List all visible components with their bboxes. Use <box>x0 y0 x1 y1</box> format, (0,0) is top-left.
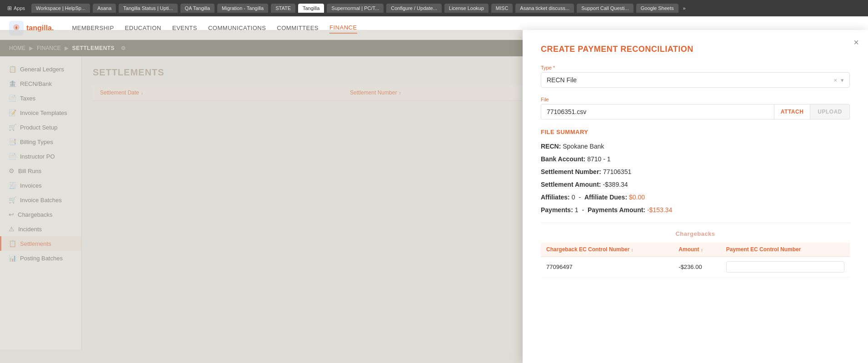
cb-amount: -$236.00 <box>673 257 720 278</box>
bank-account-value: 8710 - 1 <box>587 155 610 163</box>
file-summary-title: FILE SUMMARY <box>541 129 850 135</box>
payments-label: Payments: <box>541 206 573 214</box>
recn-label: RECN: <box>541 143 561 150</box>
chargebacks-section: Chargebacks Chargeback EC Control Number… <box>541 223 850 278</box>
tab-configure[interactable]: Configure / Update... <box>386 4 442 13</box>
affiliate-dues-label: Affiliate Dues: <box>584 194 627 201</box>
select-actions: × ▾ <box>833 77 844 84</box>
settlement-amount-label: Settlement Amount: <box>541 181 601 188</box>
sort-control-icon: ↕ <box>631 248 634 252</box>
upload-button[interactable]: UPLOAD <box>810 104 850 119</box>
type-select[interactable]: RECN File × ▾ <box>541 72 850 88</box>
settlement-amount-value: -$389.34 <box>603 181 628 188</box>
chargebacks-table: Chargeback EC Control Number ↕ Amount ↕ … <box>541 243 850 278</box>
attach-button[interactable]: ATTACH <box>774 104 811 119</box>
type-select-value: RECN File <box>547 76 577 84</box>
panel-close-button[interactable]: × <box>853 37 859 48</box>
cb-col-payment-control: Payment EC Control Number <box>721 243 850 257</box>
payments-amount-value: -$153.34 <box>647 206 672 214</box>
tab-asana[interactable]: Asana <box>93 4 116 13</box>
chargebacks-table-header: Chargeback EC Control Number ↕ Amount ↕ … <box>541 243 850 257</box>
bank-account-label: Bank Account: <box>541 155 585 163</box>
payment-control-input[interactable] <box>726 261 844 273</box>
tab-state[interactable]: STATE <box>271 4 295 13</box>
payments-amount-label: Payments Amount: <box>588 206 645 214</box>
tab-license[interactable]: License Lookup <box>444 4 489 13</box>
settlement-number-label: Settlement Number: <box>541 168 601 175</box>
apps-bookmark[interactable]: ⊞ Apps <box>4 4 29 12</box>
more-tabs-button[interactable]: » <box>683 5 686 11</box>
clear-type-icon[interactable]: × <box>833 77 837 84</box>
summary-affiliates: Affiliates: 0 - Affiliate Dues: $0.00 <box>541 194 850 201</box>
sort-amount-icon: ↕ <box>701 248 703 252</box>
affiliates-label: Affiliates: <box>541 194 570 201</box>
tab-migration[interactable]: Migration - Tangilla <box>217 4 268 13</box>
tab-supernormal[interactable]: Supernormal | PC/T... <box>327 4 384 13</box>
tab-qa-tangilla[interactable]: QA Tangilla <box>180 4 215 13</box>
affiliates-value: 0 <box>572 194 575 201</box>
payments-value: 1 <box>575 206 579 214</box>
summary-payments: Payments: 1 - Payments Amount: -$153.34 <box>541 206 850 214</box>
file-form-group: File ATTACH UPLOAD <box>541 97 850 119</box>
tab-workspace[interactable]: Workspace | HelpSp... <box>31 4 90 13</box>
divider <box>541 223 850 223</box>
browser-bar: ⊞ Apps Workspace | HelpSp... Asana Tangi… <box>0 0 868 16</box>
panel-title: CREATE PAYMENT RECONCILIATION <box>541 45 850 54</box>
tab-tangilla-active[interactable]: Tangilla <box>298 4 324 13</box>
type-form-group: Type * RECN File × ▾ <box>541 65 850 88</box>
create-payment-reconciliation-panel: × CREATE PAYMENT RECONCILIATION Type * R… <box>523 30 868 349</box>
cb-col-control-number[interactable]: Chargeback EC Control Number ↕ <box>541 243 673 257</box>
cb-payment-control-cell <box>721 257 850 278</box>
recn-value: Spokane Bank <box>563 143 604 150</box>
tab-asana-discuss[interactable]: Asana ticket discuss... <box>515 4 574 13</box>
chargebacks-title: Chargebacks <box>541 230 850 237</box>
type-label: Type * <box>541 65 850 70</box>
cb-col-amount[interactable]: Amount ↕ <box>673 243 720 257</box>
file-input[interactable] <box>541 104 774 119</box>
affiliate-dues-value: $0.00 <box>629 194 645 201</box>
tab-misc[interactable]: MISC <box>491 4 513 13</box>
tab-support-call[interactable]: Support Call Questi... <box>577 4 634 13</box>
settlement-number-value: 77106351 <box>603 168 631 175</box>
summary-recn: RECN: Spokane Bank <box>541 143 850 150</box>
chargeback-row: 77096497 -$236.00 <box>541 257 850 278</box>
file-input-row: ATTACH UPLOAD <box>541 104 850 119</box>
file-label: File <box>541 97 850 102</box>
chevron-down-icon[interactable]: ▾ <box>841 77 844 84</box>
summary-settlement-number: Settlement Number: 77106351 <box>541 168 850 175</box>
tab-google-sheets[interactable]: Google Sheets <box>636 4 678 13</box>
cb-control-number: 77096497 <box>541 257 673 278</box>
summary-settlement-amount: Settlement Amount: -$389.34 <box>541 181 850 188</box>
tab-tangilla-status[interactable]: Tangilla Status | Upti... <box>119 4 177 13</box>
summary-bank-account: Bank Account: 8710 - 1 <box>541 155 850 163</box>
